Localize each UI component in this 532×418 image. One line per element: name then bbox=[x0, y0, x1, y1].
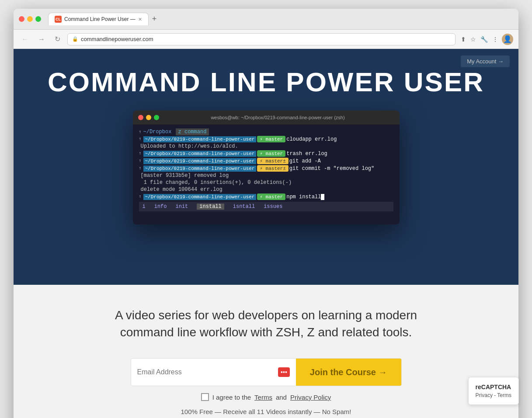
reload-button[interactable]: ↻ bbox=[52, 34, 63, 44]
terminal-line: Uploaded to http://wes.io/aIcd. bbox=[139, 143, 393, 149]
my-account-button[interactable]: My Account → bbox=[461, 55, 510, 67]
terms-link[interactable]: Terms bbox=[254, 394, 272, 401]
agree-text: I agree to the bbox=[212, 394, 251, 401]
site-title: COMMAND LINE POWER USER bbox=[22, 66, 510, 97]
privacy-link[interactable]: Privacy Policy bbox=[290, 394, 331, 401]
minimize-button[interactable] bbox=[27, 16, 33, 22]
forward-button[interactable]: → bbox=[35, 35, 48, 44]
terminal-body: ↑ ~/Dropbox z command ↑ ~/Dropbox/0219-c… bbox=[133, 124, 400, 225]
recaptcha-subtitle: Privacy - Terms bbox=[476, 392, 511, 398]
close-button[interactable] bbox=[19, 16, 24, 22]
bookmark-icon[interactable]: ☆ bbox=[469, 35, 477, 44]
terminal-line: ↑ ~/Dropbox/0219-command-line-power-user… bbox=[139, 136, 393, 142]
join-course-button[interactable]: Join the Course → bbox=[296, 359, 401, 386]
site-content: My Account → COMMAND LINE POWER USER wes… bbox=[14, 49, 518, 418]
back-button[interactable]: ← bbox=[19, 35, 31, 44]
recaptcha-title: reCAPTCHA bbox=[476, 383, 511, 390]
terminal-window: wesbos@wb: ~/Dropbox/0219-command-line-p… bbox=[133, 111, 400, 225]
arrow-icon: ↑ bbox=[139, 130, 142, 135]
and-text: and bbox=[276, 394, 287, 401]
signup-form: ••• Join the Course → bbox=[131, 358, 402, 386]
term-minimize bbox=[146, 115, 151, 120]
email-input-wrapper: ••• bbox=[131, 359, 296, 386]
term-maximize bbox=[154, 115, 159, 120]
agree-row: I agree to the Terms and Privacy Policy bbox=[22, 393, 510, 401]
terminal-line: [master 9313b5e] removed log bbox=[139, 173, 393, 179]
new-tab-button[interactable]: + bbox=[149, 14, 160, 24]
tab-favicon: CL bbox=[55, 16, 62, 23]
terminal-line: 1 file changed, 0 insertions(+), 0 delet… bbox=[139, 180, 393, 186]
secure-icon: 🔒 bbox=[72, 36, 78, 42]
email-dots-icon: ••• bbox=[278, 367, 290, 377]
hero-section: My Account → COMMAND LINE POWER USER wes… bbox=[14, 49, 518, 285]
email-input[interactable] bbox=[137, 368, 275, 376]
nav-bar: ← → ↻ 🔒 commandlinepoweruser.com ⬆ ☆ 🔧 ⋮… bbox=[14, 30, 518, 49]
agree-checkbox[interactable] bbox=[201, 393, 209, 401]
tagline: A video series for web developers on lea… bbox=[109, 307, 424, 341]
url-display: commandlinepoweruser.com bbox=[81, 36, 451, 42]
maximize-button[interactable] bbox=[35, 16, 41, 22]
content-section: A video series for web developers on lea… bbox=[14, 285, 518, 418]
recaptcha-badge: reCAPTCHA Privacy - Terms bbox=[468, 377, 519, 405]
browser-titlebar: CL Command Line Power User — ✕ + bbox=[14, 9, 518, 30]
tab-close-icon[interactable]: ✕ bbox=[138, 17, 142, 22]
active-tab[interactable]: CL Command Line Power User — ✕ bbox=[48, 13, 149, 25]
extensions-icon[interactable]: 🔧 bbox=[480, 35, 489, 44]
autocomplete-bar: i info init install isntall issues bbox=[139, 202, 393, 211]
browser-window: CL Command Line Power User — ✕ + ← → ↻ 🔒… bbox=[14, 9, 518, 418]
nav-icons: ⬆ ☆ 🔧 ⋮ 👤 bbox=[460, 34, 513, 45]
avatar: 👤 bbox=[502, 34, 513, 45]
free-text: 100% Free — Receive all 11 Videos instan… bbox=[22, 408, 510, 415]
terminal-line: ↑ ~/Dropbox/0219-command-line-power-user… bbox=[139, 150, 393, 157]
tab-title: Command Line Power User — bbox=[64, 16, 136, 22]
share-icon[interactable]: ⬆ bbox=[460, 35, 467, 44]
traffic-lights bbox=[19, 16, 41, 22]
terminal-titlebar: wesbos@wb: ~/Dropbox/0219-command-line-p… bbox=[133, 111, 400, 124]
terminal-line: ↑ ~/Dropbox z command bbox=[139, 129, 393, 135]
terminal-line: delete mode 100644 err.log bbox=[139, 187, 393, 193]
terminal-title: wesbos@wb: ~/Dropbox/0219-command-line-p… bbox=[162, 115, 394, 120]
tab-bar: CL Command Line Power User — ✕ + bbox=[48, 13, 513, 25]
terminal-line: ↑ ~/Dropbox/0219-command-line-power-user… bbox=[139, 193, 393, 200]
more-icon[interactable]: ⋮ bbox=[491, 35, 499, 44]
term-close bbox=[138, 115, 143, 120]
address-bar[interactable]: 🔒 commandlinepoweruser.com bbox=[67, 33, 456, 45]
terminal-line: ↑ ~/Dropbox/0219-command-line-power-user… bbox=[139, 158, 393, 164]
terminal-line: ↑ ~/Dropbox/0219-command-line-power-user… bbox=[139, 165, 393, 172]
